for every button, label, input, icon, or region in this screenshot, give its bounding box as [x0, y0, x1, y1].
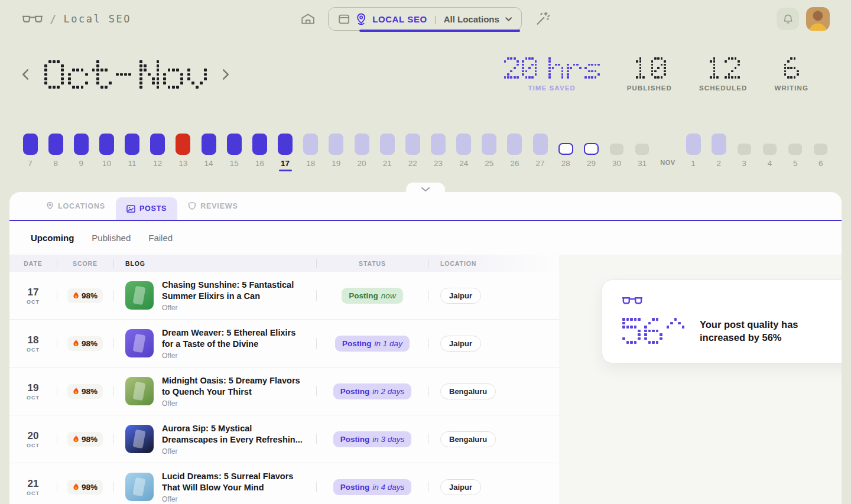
location-chip: Bengaluru	[440, 431, 496, 447]
blog-thumbnail	[125, 281, 154, 310]
calendar-day[interactable]: 17	[277, 132, 294, 171]
collapse-button[interactable]	[406, 183, 445, 193]
blog-title: Aurora Sip: 5 Mystical Dreamscapes in Ev…	[162, 423, 307, 446]
user-avatar[interactable]	[806, 7, 830, 31]
day-marker	[278, 134, 293, 155]
calendar-day[interactable]: 14	[200, 132, 217, 171]
calendar-day[interactable]: 19	[327, 132, 345, 171]
calendar-day[interactable]: 29	[582, 132, 600, 171]
blog-title: Chasing Sunshine: 5 Fantastical Summer E…	[162, 279, 307, 302]
tab-posts[interactable]: POSTS	[116, 197, 177, 220]
calendar-strip: 7 8 9 10 11	[0, 132, 851, 171]
tab-label: POSTS	[139, 204, 167, 213]
calendar-day[interactable]: 21	[378, 132, 396, 171]
calendar-day[interactable]: 3	[735, 132, 753, 171]
calendar-day[interactable]: 9	[72, 132, 90, 171]
calendar-day[interactable]: 31	[634, 132, 651, 171]
table-body: 17 OCT	[9, 272, 559, 504]
calendar-day[interactable]: 27	[531, 132, 549, 171]
calendar-day[interactable]: 6	[812, 132, 830, 171]
day-marker	[507, 134, 522, 155]
day-label: 13	[178, 159, 187, 168]
day-label: 1	[691, 159, 696, 168]
calendar-day[interactable]: 12	[149, 132, 167, 171]
day-marker	[227, 134, 242, 155]
home-icon[interactable]	[301, 13, 315, 25]
day-marker	[202, 134, 216, 155]
status-badge: Posting in 3 days	[333, 431, 412, 447]
calendar-day[interactable]: 26	[506, 132, 524, 171]
calendar-day[interactable]: 8	[47, 132, 64, 171]
tab-reviews[interactable]: REVIEWS	[177, 192, 248, 220]
day-marker	[252, 134, 267, 155]
chevron-right-icon[interactable]	[219, 65, 233, 84]
chevron-left-icon[interactable]	[18, 65, 33, 84]
day-label: 6	[818, 159, 823, 168]
calendar-day[interactable]: 30	[608, 132, 626, 171]
calendar-day[interactable]: 24	[455, 132, 473, 171]
calendar-day[interactable]: 23	[430, 132, 447, 171]
tab-label: LOCATIONS	[58, 202, 105, 210]
calendar-day[interactable]: 1	[684, 132, 702, 171]
tab-locations[interactable]: LOCATIONS	[35, 192, 116, 220]
table-row[interactable]: 18 OCT	[9, 320, 559, 368]
subtab[interactable]: Upcoming	[31, 233, 74, 243]
col-location: LOCATION	[428, 255, 559, 272]
score-badge: 98%	[67, 384, 103, 399]
calendar-day[interactable]: 4	[761, 132, 779, 171]
day-label: 16	[255, 159, 264, 168]
calendar-day[interactable]: 10	[98, 132, 115, 171]
stat-value	[784, 57, 799, 79]
day-label: 10	[102, 159, 111, 168]
table-row[interactable]: 19 OCT	[9, 368, 559, 415]
calendar-day[interactable]: 15	[225, 132, 243, 171]
day-marker	[355, 134, 369, 155]
calendar-day[interactable]: 11	[124, 132, 141, 171]
active-underline	[359, 30, 520, 32]
table-row[interactable]: 17 OCT	[9, 272, 559, 320]
location-selector[interactable]: All Locations	[444, 14, 499, 24]
stat: SCHEDULED	[699, 57, 747, 92]
chevron-down-icon	[505, 17, 512, 21]
calendar-day[interactable]: 28	[557, 132, 574, 171]
calendar-day[interactable]: 20	[353, 132, 371, 171]
period-header: TIME SAVED PUBLISHED SCHEDULED WRITING	[18, 52, 851, 97]
day-marker	[558, 143, 573, 155]
calendar-day[interactable]: 25	[480, 132, 498, 171]
calendar-day[interactable]: NOV	[659, 132, 677, 171]
calendar-day[interactable]: 22	[404, 132, 421, 171]
page-title: Local SEO	[63, 13, 131, 25]
post-date: 17 OCT	[27, 287, 40, 305]
day-label: 23	[434, 159, 443, 168]
calendar-day[interactable]: 16	[251, 132, 268, 171]
flame-icon	[73, 387, 79, 395]
calendar-day[interactable]: 18	[302, 132, 320, 171]
calendar-day[interactable]: 7	[21, 132, 39, 171]
day-marker	[48, 134, 63, 155]
table-row[interactable]: 21 OCT	[9, 463, 559, 504]
day-marker	[176, 134, 190, 155]
day-label: 7	[28, 159, 33, 168]
day-label: 15	[230, 159, 239, 168]
day-marker	[738, 144, 751, 155]
brand-area[interactable]: / Local SEO	[22, 12, 131, 25]
day-marker	[584, 143, 599, 155]
location-chip: Jaipur	[440, 288, 481, 304]
flame-icon	[73, 339, 79, 347]
location-pin-icon	[356, 13, 366, 25]
subtab[interactable]: Failed	[148, 233, 173, 243]
day-marker	[635, 144, 649, 155]
calendar-day[interactable]: 2	[710, 132, 727, 171]
calendar-day[interactable]: 13	[174, 132, 192, 171]
breadcrumb-separator: /	[50, 12, 56, 25]
location-chip: Bengaluru	[440, 383, 496, 399]
subtab[interactable]: Published	[92, 233, 131, 243]
day-label: 3	[742, 159, 747, 168]
calendar-day[interactable]: 5	[787, 132, 804, 171]
notifications-button[interactable]	[777, 8, 799, 30]
day-marker	[814, 144, 827, 155]
status-badge: Posting now	[342, 288, 402, 304]
table-row[interactable]: 20 OCT	[9, 415, 559, 463]
context-switcher[interactable]: LOCAL SEO | All Locations	[328, 7, 522, 31]
magic-wand-icon[interactable]	[535, 11, 550, 27]
